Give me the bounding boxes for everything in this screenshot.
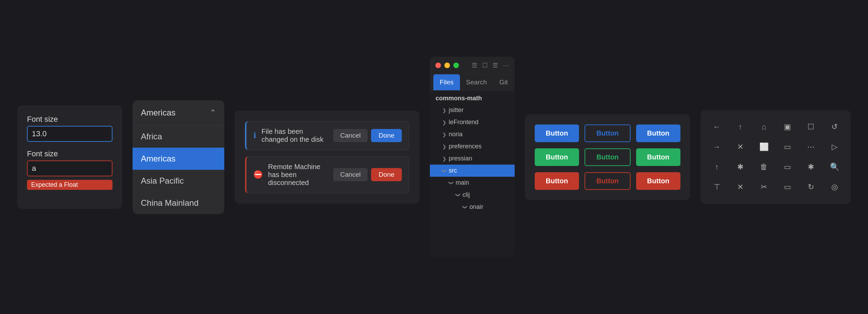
dropdown-item-asia-pacific[interactable]: Asia Pacific (133, 170, 224, 192)
tree-item-preferences[interactable]: ❯preferences (430, 140, 514, 153)
button-green-filled-1[interactable]: Button (535, 148, 579, 166)
icon-row-3: ↑ ✱ 🗑 ▭ ✱ 🔍 (709, 159, 842, 175)
file-tree-tabs: Files Search Git History (430, 74, 514, 91)
frame-icon[interactable]: ▭ (779, 179, 795, 195)
tree-item-lefrontend[interactable]: ❯leFrontend (430, 116, 514, 128)
database-icon[interactable]: ⌂ (756, 119, 772, 135)
chevron-up-icon: ⌃ (210, 108, 216, 117)
star-icon[interactable]: ✱ (803, 159, 819, 175)
font-size-input-2[interactable] (27, 160, 112, 176)
layout-icon[interactable]: ☰ (492, 62, 498, 69)
close-x-icon[interactable]: ✕ (732, 139, 748, 155)
dropdown-item-china-mainland[interactable]: China Mainland (133, 192, 224, 214)
tree-item-src[interactable]: ❯src (430, 165, 514, 177)
tab-history[interactable]: History (514, 74, 515, 90)
notification-error: ⛔ Remote Machine has been disconnected C… (245, 156, 409, 193)
table-icon[interactable]: ▭ (779, 159, 795, 175)
arrow-right-icon[interactable]: → (709, 139, 725, 155)
button-blue-outline[interactable]: Button (585, 124, 630, 142)
notification-error-cancel[interactable]: Cancel (333, 168, 368, 181)
icon-row-1: ← ↑ ⌂ ▣ ☐ ↺ (709, 119, 842, 135)
arrow-left-icon[interactable]: ← (709, 119, 725, 135)
scissors-icon[interactable]: ✂ (756, 179, 772, 195)
font-size-panel: Font size Font size Expected a Float (17, 105, 122, 209)
target-icon[interactable]: ◎ (826, 179, 842, 195)
tree-item-onair[interactable]: ❯onair (430, 201, 514, 213)
tree-item-jsitter[interactable]: ❯jsitter (430, 104, 514, 116)
search-icon[interactable]: 🔍 (826, 159, 842, 175)
chevron-right-icon: ❯ (442, 108, 446, 113)
chevron-down-icon: ❯ (462, 205, 468, 209)
maximize-dot[interactable] (453, 63, 459, 68)
root-folder-label: commons-math (430, 91, 514, 104)
chevron-down-icon: ❯ (455, 193, 461, 197)
tab-git[interactable]: Git (493, 74, 514, 90)
play-icon[interactable]: ▷ (826, 139, 842, 155)
font-size-input-1[interactable] (27, 126, 112, 142)
arrow-up2-icon[interactable]: ↑ (709, 159, 725, 175)
notification-info-done[interactable]: Done (371, 129, 402, 142)
chevron-right-icon: ❯ (442, 120, 446, 125)
t-icon[interactable]: ⊤ (709, 179, 725, 195)
notification-info: ℹ File has been changed on the disk Canc… (245, 121, 409, 150)
font-size-field-1: Font size (27, 115, 112, 142)
icon-row-2: → ✕ ⬜ ▭ ⋯ ▷ (709, 139, 842, 155)
notifications-panel: ℹ File has been changed on the disk Canc… (235, 111, 420, 204)
undo-icon[interactable]: ↺ (826, 119, 842, 135)
notification-info-cancel[interactable]: Cancel (333, 129, 368, 142)
close-dot[interactable] (435, 63, 441, 68)
chevron-down-icon: ❯ (442, 169, 447, 173)
notification-info-actions: Cancel Done (333, 129, 402, 142)
chevron-right-icon: ❯ (442, 132, 446, 137)
tree-item-clij[interactable]: ❯clij (430, 189, 514, 201)
tree-item-main[interactable]: ❯main (430, 177, 514, 189)
tab-search[interactable]: Search (460, 74, 493, 90)
button-green-filled-2[interactable]: Button (636, 148, 680, 166)
layout-icon[interactable]: ▣ (779, 119, 795, 135)
font-size-label-1: Font size (27, 115, 112, 124)
button-green-outline[interactable]: Button (585, 148, 630, 166)
asterisk-small-icon[interactable]: ✱ (732, 159, 748, 175)
button-red-outline[interactable]: Button (585, 172, 630, 190)
minimize-dot[interactable] (444, 63, 450, 68)
notification-error-text: Remote Machine has been disconnected (268, 163, 328, 187)
button-red-filled-1[interactable]: Button (535, 172, 579, 190)
icon-grid-panel: ← ↑ ⌂ ▣ ☐ ↺ → ✕ ⬜ ▭ ⋯ ▷ ↑ ✱ 🗑 ▭ ✱ 🔍 ⊤ ✕ … (700, 110, 851, 204)
chevron-down-icon: ❯ (449, 181, 454, 185)
dropdown-selected-value: Americas (141, 108, 175, 118)
trash-icon[interactable]: 🗑 (756, 159, 772, 175)
button-red-filled-2[interactable]: Button (636, 172, 680, 190)
grid-dots-icon[interactable]: ⋯ (803, 139, 819, 155)
font-size-label-2: Font size (27, 149, 112, 158)
titlebar-icons: ☰ ☐ ☰ ⋯ (472, 62, 509, 69)
split-icon[interactable]: ☐ (482, 62, 488, 69)
button-blue-filled-1[interactable]: Button (535, 124, 579, 142)
redo-icon[interactable]: ↻ (803, 179, 819, 195)
notification-error-done[interactable]: Done (371, 168, 402, 181)
dropdown-item-africa[interactable]: Africa (133, 126, 224, 148)
sidebar-icon[interactable]: ☰ (472, 62, 477, 69)
rect-icon[interactable]: ▭ (779, 139, 795, 155)
crop-icon[interactable]: ⬜ (756, 139, 772, 155)
button-row-green: Button Button Button (535, 148, 680, 166)
chevron-right-icon: ❯ (442, 144, 446, 149)
dropdown-header[interactable]: Americas ⌃ (133, 100, 224, 126)
file-tree-panel: ☰ ☐ ☰ ⋯ Files Search Git History commons… (430, 57, 514, 257)
tab-files[interactable]: Files (433, 74, 460, 90)
chevron-right-icon: ❯ (442, 156, 446, 161)
arrow-up-icon[interactable]: ↑ (732, 119, 748, 135)
tree-item-noria[interactable]: ❯noria (430, 128, 514, 140)
tree-item-pressian[interactable]: ❯pressian (430, 153, 514, 165)
button-blue-filled-2[interactable]: Button (636, 124, 680, 142)
region-dropdown-panel: Americas ⌃ Africa Americas Asia Pacific … (133, 100, 224, 214)
button-row-red: Button Button Button (535, 172, 680, 190)
x-small-icon[interactable]: ✕ (732, 179, 748, 195)
dropdown-item-americas[interactable]: Americas (133, 148, 224, 170)
error-icon: ⛔ (253, 170, 263, 179)
grid-icon[interactable]: ⋯ (503, 62, 509, 69)
notification-info-text: File has been changed on the disk (262, 128, 328, 144)
buttons-panel: Button Button Button Button Button Butto… (525, 114, 690, 200)
panel-icon[interactable]: ☐ (803, 119, 819, 135)
titlebar: ☰ ☐ ☰ ⋯ (430, 57, 514, 74)
font-size-field-2: Font size Expected a Float (27, 149, 112, 190)
